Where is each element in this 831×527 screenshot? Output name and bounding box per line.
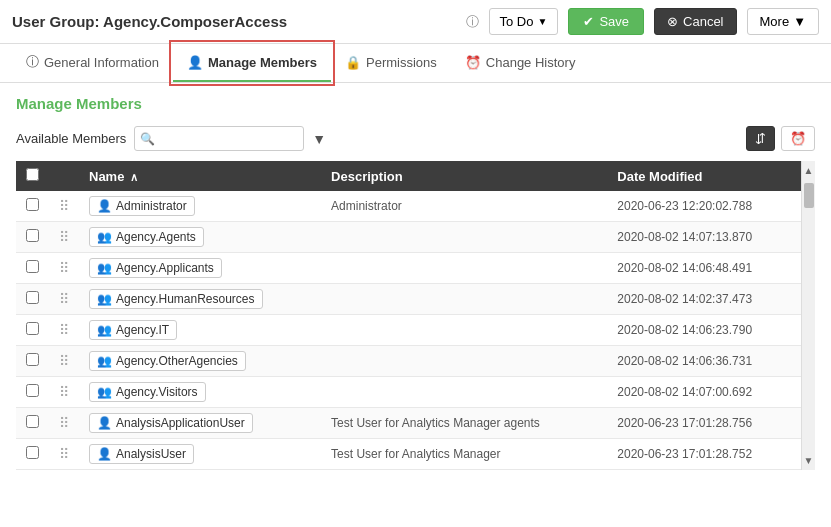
- section-title: Manage Members: [16, 95, 815, 112]
- more-chevron-icon: ▼: [793, 14, 806, 29]
- table-row: ⠿👥Agency.HumanResources2020-08-02 14:02:…: [16, 284, 801, 315]
- col-name[interactable]: Name ∧: [79, 161, 321, 191]
- row-description: [321, 284, 607, 315]
- col-checkbox: [16, 161, 49, 191]
- row-date-modified: 2020-08-02 14:02:37.473: [607, 284, 801, 315]
- row-description: Test User for Analytics Manager: [321, 439, 607, 470]
- drag-handle-icon[interactable]: ⠿: [59, 260, 69, 276]
- save-check-icon: ✔: [583, 14, 594, 29]
- row-checkbox[interactable]: [26, 322, 39, 335]
- scroll-down-arrow-icon[interactable]: ▼: [802, 453, 815, 468]
- lock-icon: 🔒: [345, 55, 361, 70]
- member-name-tag[interactable]: 👥Agency.Applicants: [89, 258, 222, 278]
- row-description: Test User for Analytics Manager agents: [321, 408, 607, 439]
- col-description: Description: [321, 161, 607, 191]
- row-checkbox[interactable]: [26, 384, 39, 397]
- member-name-text: Administrator: [116, 199, 187, 213]
- row-checkbox[interactable]: [26, 229, 39, 242]
- member-name-tag[interactable]: 👤AnalysisUser: [89, 444, 194, 464]
- member-name-tag[interactable]: 👤Administrator: [89, 196, 195, 216]
- member-name-tag[interactable]: 👥Agency.OtherAgencies: [89, 351, 246, 371]
- user-member-icon: 👤: [97, 199, 112, 213]
- members-bar: Available Members 🔍 ▼ ⇵ ⏰: [16, 126, 815, 151]
- table-row: ⠿👤AdministratorAdministrator2020-06-23 1…: [16, 191, 801, 222]
- help-icon[interactable]: ⓘ: [466, 13, 479, 31]
- sort-arrow-icon: ∧: [130, 171, 138, 183]
- row-date-modified: 2020-08-02 14:07:00.692: [607, 377, 801, 408]
- tab-bar: ⓘ General Information 👤 Manage Members 🔒…: [0, 44, 831, 83]
- tab-change-history[interactable]: ⏰ Change History: [451, 44, 590, 82]
- member-name-tag[interactable]: 👥Agency.Visitors: [89, 382, 206, 402]
- member-name-tag[interactable]: 👤AnalysisApplicationUser: [89, 413, 253, 433]
- group-member-icon: 👥: [97, 385, 112, 399]
- row-description: [321, 377, 607, 408]
- todo-button[interactable]: To Do ▼: [489, 8, 559, 35]
- todo-chevron-icon: ▼: [537, 16, 547, 27]
- row-description: [321, 222, 607, 253]
- member-name-text: Agency.Applicants: [116, 261, 214, 275]
- member-name-tag[interactable]: 👥Agency.HumanResources: [89, 289, 263, 309]
- member-name-tag[interactable]: 👥Agency.IT: [89, 320, 177, 340]
- tab-manage-members[interactable]: 👤 Manage Members: [173, 44, 331, 82]
- cancel-x-icon: ⊗: [667, 14, 678, 29]
- row-checkbox[interactable]: [26, 198, 39, 211]
- sort-icon: ⇵: [755, 131, 766, 146]
- scrollbar-right[interactable]: ▲ ▼: [801, 161, 815, 470]
- row-date-modified: 2020-08-02 14:06:23.790: [607, 315, 801, 346]
- member-name-tag[interactable]: 👥Agency.Agents: [89, 227, 204, 247]
- cancel-button[interactable]: ⊗ Cancel: [654, 8, 736, 35]
- drag-handle-icon[interactable]: ⠿: [59, 353, 69, 369]
- row-checkbox[interactable]: [26, 260, 39, 273]
- drag-handle-icon[interactable]: ⠿: [59, 198, 69, 214]
- row-date-modified: 2020-06-23 17:01:28.752: [607, 439, 801, 470]
- filter-icon[interactable]: ▼: [312, 131, 326, 147]
- drag-handle-icon[interactable]: ⠿: [59, 291, 69, 307]
- row-date-modified: 2020-08-02 14:07:13.870: [607, 222, 801, 253]
- group-member-icon: 👥: [97, 292, 112, 306]
- drag-handle-icon[interactable]: ⠿: [59, 415, 69, 431]
- drag-handle-icon[interactable]: ⠿: [59, 322, 69, 338]
- scroll-up-arrow-icon[interactable]: ▲: [802, 163, 815, 178]
- info-icon: ⓘ: [26, 53, 39, 71]
- col-drag: [49, 161, 79, 191]
- search-input[interactable]: [134, 126, 304, 151]
- row-date-modified: 2020-08-02 14:06:36.731: [607, 346, 801, 377]
- user-member-icon: 👤: [97, 447, 112, 461]
- sort-toggle-button[interactable]: ⇵: [746, 126, 775, 151]
- row-checkbox[interactable]: [26, 415, 39, 428]
- table-row: ⠿👥Agency.OtherAgencies2020-08-02 14:06:3…: [16, 346, 801, 377]
- more-button[interactable]: More ▼: [747, 8, 820, 35]
- member-name-text: AnalysisApplicationUser: [116, 416, 245, 430]
- row-description: [321, 253, 607, 284]
- drag-handle-icon[interactable]: ⠿: [59, 384, 69, 400]
- search-icon: 🔍: [140, 132, 155, 146]
- user-icon: 👤: [187, 55, 203, 70]
- available-members-label: Available Members: [16, 131, 126, 146]
- row-checkbox[interactable]: [26, 291, 39, 304]
- select-all-checkbox[interactable]: [26, 168, 39, 181]
- save-button[interactable]: ✔ Save: [568, 8, 644, 35]
- row-date-modified: 2020-08-02 14:06:48.491: [607, 253, 801, 284]
- clock2-icon: ⏰: [790, 131, 806, 146]
- drag-handle-icon[interactable]: ⠿: [59, 446, 69, 462]
- table-row: ⠿👤AnalysisUserTest User for Analytics Ma…: [16, 439, 801, 470]
- member-name-text: Agency.Visitors: [116, 385, 198, 399]
- table-row: ⠿👥Agency.Applicants2020-08-02 14:06:48.4…: [16, 253, 801, 284]
- row-checkbox[interactable]: [26, 446, 39, 459]
- tab-general-information[interactable]: ⓘ General Information: [12, 44, 173, 82]
- row-date-modified: 2020-06-23 17:01:28.756: [607, 408, 801, 439]
- col-date-modified: Date Modified: [607, 161, 801, 191]
- drag-handle-icon[interactable]: ⠿: [59, 229, 69, 245]
- group-member-icon: 👥: [97, 230, 112, 244]
- table-row: ⠿👥Agency.IT2020-08-02 14:06:23.790: [16, 315, 801, 346]
- group-member-icon: 👥: [97, 261, 112, 275]
- user-member-icon: 👤: [97, 416, 112, 430]
- member-name-text: AnalysisUser: [116, 447, 186, 461]
- member-name-text: Agency.IT: [116, 323, 169, 337]
- tab-permissions[interactable]: 🔒 Permissions: [331, 44, 451, 82]
- clock-view-button[interactable]: ⏰: [781, 126, 815, 151]
- row-checkbox[interactable]: [26, 353, 39, 366]
- content-area: Manage Members Available Members 🔍 ▼ ⇵ ⏰: [0, 83, 831, 482]
- search-input-wrap: 🔍: [134, 126, 304, 151]
- table-wrapper: Name ∧ Description Date Modified ⠿👤Admin…: [16, 161, 815, 470]
